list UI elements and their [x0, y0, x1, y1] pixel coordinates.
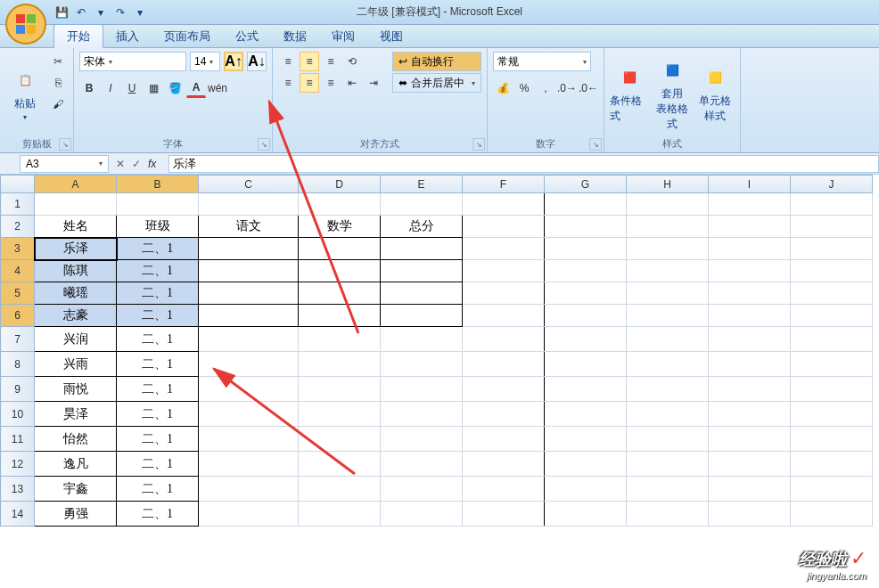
cell[interactable]: [381, 377, 463, 402]
header-chinese[interactable]: 语文: [199, 216, 299, 238]
cell[interactable]: [199, 402, 299, 427]
cell[interactable]: [463, 327, 545, 352]
cell[interactable]: [299, 260, 381, 282]
cell[interactable]: 雨悦: [35, 377, 117, 402]
cell[interactable]: [199, 327, 299, 352]
cell[interactable]: [709, 377, 791, 402]
font-size-select[interactable]: 14▾: [190, 52, 220, 71]
cell[interactable]: [299, 305, 381, 327]
cell[interactable]: [791, 502, 873, 527]
cell[interactable]: 兴润: [35, 327, 117, 352]
cell[interactable]: [299, 282, 381, 305]
cell[interactable]: [199, 452, 299, 477]
cell[interactable]: [381, 282, 463, 305]
cell[interactable]: [381, 260, 463, 282]
cell[interactable]: [299, 377, 381, 402]
cell[interactable]: [199, 477, 299, 502]
cell[interactable]: [545, 452, 627, 477]
number-launcher-icon[interactable]: ↘: [589, 138, 602, 151]
cell[interactable]: 昊泽: [35, 402, 117, 427]
cell[interactable]: [299, 238, 381, 260]
cell[interactable]: [709, 502, 791, 527]
cell[interactable]: 陈琪: [35, 260, 117, 282]
name-box[interactable]: A3▾: [20, 155, 109, 173]
row-header[interactable]: 6: [1, 305, 35, 327]
font-launcher-icon[interactable]: ↘: [258, 138, 270, 151]
cell[interactable]: 二、1: [117, 402, 199, 427]
col-header-d[interactable]: D: [299, 176, 381, 193]
fx-icon[interactable]: fx: [148, 158, 161, 170]
cell[interactable]: [463, 238, 545, 260]
cell[interactable]: [545, 402, 627, 427]
cell[interactable]: [627, 402, 709, 427]
align-center-icon[interactable]: ≡: [300, 73, 319, 93]
cell[interactable]: [709, 260, 791, 282]
cell[interactable]: [709, 402, 791, 427]
orientation-icon[interactable]: ⟲: [342, 52, 362, 71]
cell[interactable]: [299, 402, 381, 427]
cell[interactable]: [199, 377, 299, 402]
cell[interactable]: 曦瑶: [35, 282, 117, 305]
underline-icon[interactable]: U: [122, 78, 142, 98]
cell[interactable]: [381, 327, 463, 352]
cell[interactable]: [627, 502, 709, 527]
cell[interactable]: [791, 327, 873, 352]
italic-icon[interactable]: I: [101, 78, 120, 98]
cell[interactable]: [545, 427, 627, 452]
row-header[interactable]: 13: [1, 477, 35, 502]
cell[interactable]: [627, 477, 709, 502]
col-header-e[interactable]: E: [381, 176, 463, 193]
cell[interactable]: 志豪: [35, 305, 117, 327]
header-name[interactable]: 姓名: [35, 216, 117, 238]
cell[interactable]: [791, 377, 873, 402]
border-icon[interactable]: ▦: [144, 78, 163, 98]
cell[interactable]: [381, 427, 463, 452]
cell[interactable]: [791, 402, 873, 427]
cell[interactable]: [381, 305, 463, 327]
conditional-format-button[interactable]: 🟥条件格式: [610, 52, 649, 135]
font-color-icon[interactable]: A: [186, 78, 206, 98]
row-header[interactable]: 10: [1, 402, 35, 427]
cell[interactable]: 乐泽: [35, 238, 117, 260]
percent-icon[interactable]: %: [514, 78, 534, 98]
cell-styles-button[interactable]: 🟨单元格 样式: [695, 52, 735, 135]
cell[interactable]: [791, 238, 873, 260]
cell[interactable]: [627, 377, 709, 402]
cell[interactable]: [463, 377, 545, 402]
cell[interactable]: [709, 477, 791, 502]
tab-data[interactable]: 数据: [271, 25, 319, 48]
align-right-icon[interactable]: ≡: [321, 73, 341, 93]
align-middle-icon[interactable]: ≡: [300, 52, 319, 71]
cell[interactable]: [299, 352, 381, 377]
cell[interactable]: [709, 452, 791, 477]
cell[interactable]: [381, 238, 463, 260]
save-icon[interactable]: 💾: [53, 4, 70, 20]
cell[interactable]: [709, 327, 791, 352]
align-bottom-icon[interactable]: ≡: [321, 52, 341, 71]
increase-decimal-icon[interactable]: .0→: [557, 78, 577, 98]
indent-increase-icon[interactable]: ⇥: [364, 73, 383, 93]
row-header[interactable]: 14: [1, 502, 35, 527]
row-header[interactable]: 2: [1, 216, 35, 238]
clipboard-launcher-icon[interactable]: ↘: [59, 138, 71, 151]
cell[interactable]: [545, 477, 627, 502]
header-total[interactable]: 总分: [381, 216, 463, 238]
cell[interactable]: [627, 327, 709, 352]
wrap-text-button[interactable]: ↩自动换行: [392, 52, 481, 71]
fill-color-icon[interactable]: 🪣: [165, 78, 185, 98]
col-header-i[interactable]: I: [709, 176, 791, 193]
cell[interactable]: [463, 502, 545, 527]
cell[interactable]: [381, 477, 463, 502]
tab-insert[interactable]: 插入: [103, 25, 152, 48]
cell[interactable]: 二、1: [117, 238, 199, 260]
cell[interactable]: 二、1: [117, 327, 199, 352]
cell[interactable]: [463, 305, 545, 327]
cell[interactable]: [299, 477, 381, 502]
header-class[interactable]: 班级: [117, 216, 199, 238]
cell[interactable]: 二、1: [117, 282, 199, 305]
cell[interactable]: [545, 377, 627, 402]
align-left-icon[interactable]: ≡: [278, 73, 298, 93]
cell[interactable]: [463, 427, 545, 452]
cell[interactable]: [463, 282, 545, 305]
cell[interactable]: [627, 452, 709, 477]
